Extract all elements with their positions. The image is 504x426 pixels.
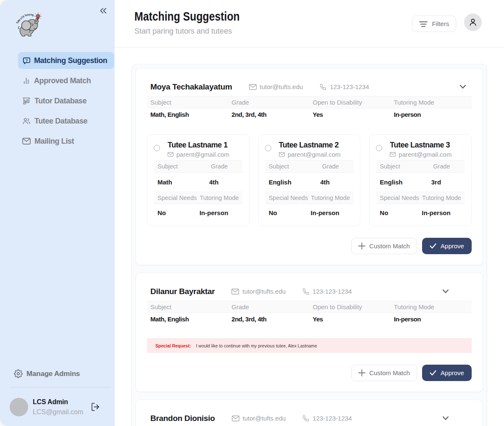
svg-text:?: ? bbox=[26, 58, 28, 63]
